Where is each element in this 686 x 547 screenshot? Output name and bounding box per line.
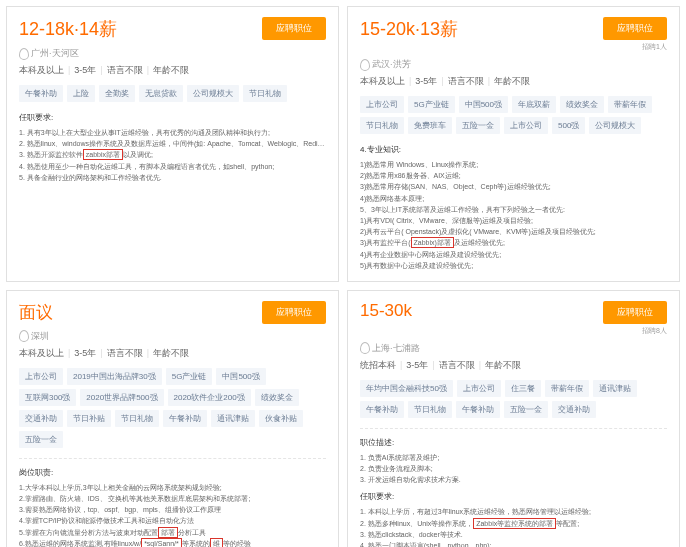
location: 上海·七浦路 [360, 342, 667, 355]
tag[interactable]: 2019中国出海品牌30强 [67, 368, 162, 385]
tag[interactable]: 午餐补助 [163, 410, 207, 427]
divider [19, 458, 326, 459]
apply-button[interactable]: 应聘职位 [262, 301, 326, 324]
meta-row: 本科及以上|3-5年|语言不限|年龄不限 [19, 64, 326, 77]
tag[interactable]: 互联网300强 [19, 389, 76, 406]
tag[interactable]: 节日礼物 [408, 401, 452, 418]
requirement-item: 1. 具有3年以上在大型企业从事IT运维经验，具有优秀的沟通及团队精神和执行力; [19, 127, 326, 138]
requirement-item: 5.掌握在方向镜流量分析方法与波束对动配置部署分析工具 [19, 527, 326, 538]
tag[interactable]: 交通补助 [19, 410, 63, 427]
tag[interactable]: 带薪年假 [608, 96, 652, 113]
job-card: 15-30k 应聘职位 招聘8人 上海·七浦路 统招本科|3-5年|语言不限|年… [347, 290, 680, 547]
tag[interactable]: 公司规模大 [187, 85, 239, 102]
tag[interactable]: 上市公司 [19, 368, 63, 385]
tag[interactable]: 5G产业链 [408, 96, 455, 113]
requirement-item: 3. 熟悉开源监控软件zabbix部署以及调优; [19, 149, 326, 160]
tag[interactable]: 伙食补贴 [259, 410, 303, 427]
tag[interactable]: 节日礼物 [115, 410, 159, 427]
requirement-item: 1. 本科以上学历，有超过3年linux系统运维经验，熟悉网络管理以运维经验; [360, 506, 667, 517]
tag[interactable]: 500强 [552, 117, 585, 134]
requirement-item: 4. 熟悉一门脚本语言(shell、python、php); [360, 540, 667, 547]
tag[interactable]: 绩效奖金 [560, 96, 604, 113]
section-title: 4.专业知识: [360, 144, 667, 155]
salary: 15-20k·13薪 [360, 17, 458, 41]
tag[interactable]: 通讯津贴 [211, 410, 255, 427]
meta-row: 本科及以上|3-5年|语言不限|年龄不限 [360, 75, 667, 88]
tag[interactable]: 年底双薪 [512, 96, 556, 113]
requirement-item: 2. 负责业务流程及脚本; [360, 463, 667, 474]
job-card: 15-20k·13薪 应聘职位 招聘1人 武汉·洪芳 本科及以上|3-5年|语言… [347, 6, 680, 282]
tag[interactable]: 五险一金 [504, 401, 548, 418]
tag-list: 午餐补助上险全勤奖无息贷款公司规模大节日礼物 [19, 85, 326, 102]
requirement-item: 5)具有数据中心运维及建设经验优先; [360, 260, 667, 271]
requirement-item: 5. 具备金融行业的网络架构和工作经验者优先. [19, 172, 326, 183]
tag[interactable]: 免费班车 [408, 117, 452, 134]
tag[interactable]: 五险一金 [456, 117, 500, 134]
requirement-item: 1. 负责AI系统部署及维护; [360, 452, 667, 463]
card-header: 12-18k·14薪 应聘职位 [19, 17, 326, 41]
tag[interactable]: 节日礼物 [360, 117, 404, 134]
tag[interactable]: 午餐补助 [19, 85, 63, 102]
location: 深圳 [19, 330, 326, 343]
requirement-item: 2.掌握路由、防火墙、IDS、 交换机等其他关系数据库底层架构和系统部署; [19, 493, 326, 504]
tag[interactable]: 上险 [67, 85, 95, 102]
divider [360, 428, 667, 429]
meta-row: 统招本科|3-5年|语言不限|年龄不限 [360, 359, 667, 372]
tag[interactable]: 2020世界品牌500强 [80, 389, 163, 406]
tag[interactable]: 带薪年假 [545, 380, 589, 397]
requirement-item: 5、3年以上IT系统部署及运维工作经验，具有下列经验之一者优先: [360, 204, 667, 215]
tag[interactable]: 上市公司 [457, 380, 501, 397]
tag[interactable]: 年均中国金融科技50强 [360, 380, 453, 397]
requirement-item: 3)具有监控平台(Zabbix)部署及运维经验优先; [360, 237, 667, 248]
tag[interactable]: 节日礼物 [243, 85, 287, 102]
requirement-list: 1. 负责AI系统部署及维护;2. 负责业务流程及脚本;3. 开发运维自动化需求… [360, 452, 667, 486]
requirement-item: 4.掌握TCP/IP协议和能源停做技术工具和运维自动化方法 [19, 515, 326, 526]
requirement-item: 2. 熟悉linux、windows操作系统及及数据库运维，中间件(如: Apa… [19, 138, 326, 149]
requirement-item: 4)具有企业数据中心网络运维及建设经验优先; [360, 249, 667, 260]
tag[interactable]: 中国500强 [459, 96, 508, 113]
tag[interactable]: 午餐补助 [360, 401, 404, 418]
salary: 12-18k·14薪 [19, 17, 117, 41]
requirement-item: 6.熟悉运维的网络系统监测,有唯linux/w/*sql/Sann/*等系统的维… [19, 538, 326, 547]
requirement-item: 2. 熟悉多种linux、Unix等操作系统，Zabbix等监控系统的部署等配置… [360, 518, 667, 529]
tag-list: 上市公司2019中国出海品牌30强5G产业链中国500强互联网300强2020世… [19, 368, 326, 448]
tag[interactable]: 5G产业链 [166, 368, 213, 385]
salary: 面议 [19, 301, 53, 324]
tag[interactable]: 绩效奖金 [255, 389, 299, 406]
section-title: 岗位职责: [19, 467, 326, 478]
tag[interactable]: 五险一金 [19, 431, 63, 448]
tag[interactable]: 中国500强 [216, 368, 265, 385]
apply-button[interactable]: 应聘职位 [262, 17, 326, 40]
salary: 15-30k [360, 301, 412, 321]
requirement-item: 1.大学本科以上学历,3年以上相关金融的云网络系统架构规划经验; [19, 482, 326, 493]
requirement-item: 1)熟悉常用 Windows、Linux操作系统; [360, 159, 667, 170]
tag[interactable]: 公司规模大 [589, 117, 641, 134]
section-title: 任职要求: [19, 112, 326, 123]
requirement-item: 4. 熟悉使用至少一种自动化运维工具，有脚本及编程语言者优先，如shell、py… [19, 161, 326, 172]
tag[interactable]: 午餐补助 [456, 401, 500, 418]
requirement-item: 2)熟悉常用x86服务器、AIX运维; [360, 170, 667, 181]
apply-button[interactable]: 应聘职位 [603, 301, 667, 324]
requirement-item: 3. 熟悉clickstack、docker等技术. [360, 529, 667, 540]
tag[interactable]: 节日补贴 [67, 410, 111, 427]
card-header: 15-30k 应聘职位 招聘8人 [360, 301, 667, 336]
tag[interactable]: 全勤奖 [99, 85, 135, 102]
tag[interactable]: 上市公司 [504, 117, 548, 134]
tag[interactable]: 无息贷款 [139, 85, 183, 102]
job-card: 12-18k·14薪 应聘职位 广州·天河区 本科及以上|3-5年|语言不限|年… [6, 6, 339, 282]
tag[interactable]: 交通补助 [552, 401, 596, 418]
tag[interactable]: 2020软件企业200强 [168, 389, 251, 406]
location: 武汉·洪芳 [360, 58, 667, 71]
job-card: 面议 应聘职位 深圳 本科及以上|3-5年|语言不限|年龄不限 上市公司2019… [6, 290, 339, 547]
requirement-list: 1.大学本科以上学历,3年以上相关金融的云网络系统架构规划经验;2.掌握路由、防… [19, 482, 326, 547]
apply-button[interactable]: 应聘职位 [603, 17, 667, 40]
requirement-list: 1)熟悉常用 Windows、Linux操作系统;2)熟悉常用x86服务器、AI… [360, 159, 667, 271]
sub-info: 招聘8人 [603, 326, 667, 336]
tag[interactable]: 通讯津贴 [593, 380, 637, 397]
requirement-item: 4)熟悉网络基本原理; [360, 193, 667, 204]
tag[interactable]: 上市公司 [360, 96, 404, 113]
tag[interactable]: 住三餐 [505, 380, 541, 397]
section-title: 任职要求: [360, 491, 667, 502]
requirement-item: 1)具有VDI( Citrix、VMware、深信服等)运维及项目经验; [360, 215, 667, 226]
requirement-item: 3. 开发运维自动化需求技术方案. [360, 474, 667, 485]
